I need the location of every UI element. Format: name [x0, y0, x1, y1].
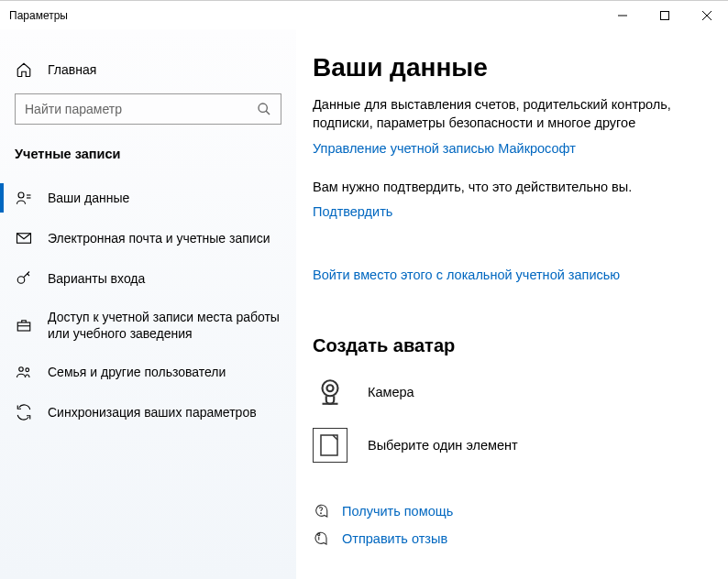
minimize-icon: [618, 11, 627, 20]
svg-point-6: [18, 192, 24, 198]
key-icon: [15, 269, 33, 288]
close-icon: [702, 11, 711, 20]
help-link[interactable]: Получить помощь: [313, 503, 699, 519]
svg-line-5: [266, 111, 270, 115]
sidebar: Главная Учетные записи Ваши данные Элект…: [0, 29, 296, 579]
camera-icon: [313, 375, 347, 410]
home-nav[interactable]: Главная: [0, 51, 296, 88]
home-label: Главная: [48, 62, 96, 77]
nav-label: Варианты входа: [48, 270, 145, 287]
svg-point-17: [323, 380, 338, 396]
avatar-heading: Создать аватар: [313, 335, 699, 356]
nav-sync[interactable]: Синхронизация ваших параметров: [0, 392, 296, 432]
nav-family[interactable]: Семья и другие пользователи: [0, 352, 296, 392]
titlebar: Параметры: [0, 0, 728, 29]
nav-list: Ваши данные Электронная почта и учетные …: [0, 178, 296, 432]
svg-rect-13: [17, 322, 30, 331]
avatar-camera-option[interactable]: Камера: [313, 375, 699, 410]
nav-work-access[interactable]: Доступ к учетной записи места работы или…: [0, 299, 296, 352]
minimize-button[interactable]: [601, 1, 644, 30]
nav-email-accounts[interactable]: Электронная почта и учетные записи: [0, 218, 296, 258]
feedback-icon: [313, 530, 329, 547]
footer-links: Получить помощь Отправить отзыв: [313, 503, 699, 547]
close-button[interactable]: [686, 1, 728, 30]
avatar-browse-option[interactable]: Выберите один элемент: [313, 428, 699, 463]
feedback-label: Отправить отзыв: [342, 531, 447, 546]
nav-label: Семья и другие пользователи: [48, 364, 226, 380]
browse-label: Выберите один элемент: [368, 438, 518, 453]
svg-point-21: [321, 513, 322, 514]
maximize-icon: [660, 11, 669, 20]
nav-label: Синхронизация ваших параметров: [48, 404, 257, 421]
svg-line-12: [28, 274, 29, 276]
verify-link[interactable]: Подтвердить: [313, 204, 392, 219]
users-icon: [15, 363, 33, 381]
nav-your-info[interactable]: Ваши данные: [0, 178, 296, 218]
main-content: Ваши данные Данные для выставления счето…: [296, 29, 728, 579]
nav-signin-options[interactable]: Варианты входа: [0, 258, 296, 299]
search-icon: [257, 102, 271, 116]
help-icon: [313, 503, 329, 519]
svg-rect-1: [661, 11, 669, 19]
svg-point-15: [19, 367, 24, 372]
nav-label: Ваши данные: [48, 190, 129, 206]
user-icon: [15, 189, 33, 207]
page-description: Данные для выставления счетов, родительс…: [313, 95, 699, 133]
search-input[interactable]: [25, 102, 257, 116]
feedback-link[interactable]: Отправить отзыв: [313, 530, 699, 547]
window-controls: [601, 1, 728, 30]
search-box[interactable]: [15, 93, 281, 125]
local-account-link[interactable]: Войти вместо этого с локальной учетной з…: [313, 268, 620, 282]
window-title: Параметры: [9, 9, 68, 22]
svg-point-22: [318, 533, 320, 535]
sync-icon: [15, 403, 33, 421]
mail-icon: [15, 229, 33, 247]
svg-point-18: [326, 385, 333, 391]
camera-label: Камера: [368, 385, 414, 399]
help-label: Получить помощь: [342, 504, 453, 519]
svg-point-4: [259, 104, 267, 112]
home-icon: [15, 60, 33, 79]
svg-point-16: [26, 368, 29, 372]
section-header: Учетные записи: [0, 136, 296, 172]
nav-label: Доступ к учетной записи места работы или…: [48, 309, 281, 342]
browse-icon: [313, 428, 347, 463]
manage-account-link[interactable]: Управление учетной записью Майкрософт: [313, 141, 576, 156]
page-heading: Ваши данные: [313, 53, 699, 82]
nav-label: Электронная почта и учетные записи: [48, 230, 270, 246]
verify-text: Вам нужно подтвердить, что это действите…: [313, 178, 699, 196]
briefcase-icon: [15, 316, 33, 334]
maximize-button[interactable]: [644, 1, 686, 30]
